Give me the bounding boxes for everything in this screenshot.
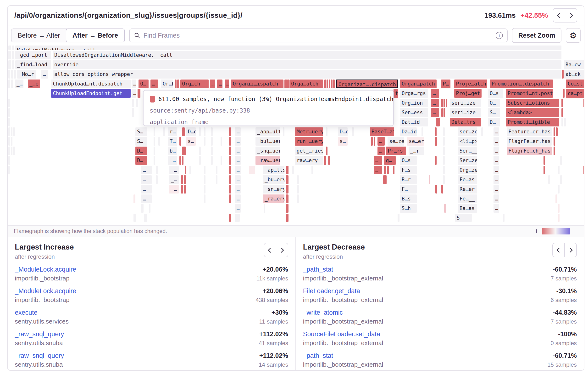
flame-cell[interactable]	[297, 175, 299, 184]
flame-cell[interactable]	[156, 175, 158, 184]
flame-cell[interactable]: Deta…trs	[450, 118, 481, 126]
flame-cell[interactable]	[12, 45, 14, 50]
flame-cell[interactable]	[563, 89, 565, 98]
flame-cell[interactable]	[264, 204, 265, 213]
flame-cell[interactable]: O…s	[488, 89, 503, 98]
flame-cell[interactable]	[421, 127, 423, 136]
flame-cell[interactable]: _…	[15, 79, 23, 88]
flame-cell[interactable]	[561, 108, 563, 117]
flame-cell[interactable]	[564, 118, 566, 126]
flame-cell[interactable]: S…	[135, 137, 147, 146]
flame-cell[interactable]	[158, 137, 160, 146]
flame-cell[interactable]	[8, 137, 10, 146]
flame-cell[interactable]	[286, 204, 288, 213]
flame-cell[interactable]	[199, 127, 201, 136]
flame-cell[interactable]	[503, 214, 504, 222]
function-link[interactable]: _raw_snql_query	[15, 352, 64, 359]
flame-cell[interactable]	[429, 175, 430, 184]
flame-cell[interactable]	[11, 79, 13, 88]
flame-cell[interactable]: …	[141, 185, 152, 194]
flame-cell[interactable]	[204, 166, 206, 174]
flame-cell[interactable]	[11, 147, 12, 155]
flame-cell[interactable]	[558, 214, 559, 222]
flame-cell[interactable]	[11, 137, 12, 146]
flame-cell[interactable]	[182, 156, 183, 165]
flame-cell[interactable]	[548, 175, 550, 184]
flame-cell[interactable]: O…s	[400, 156, 417, 165]
flame-cell[interactable]: O…	[138, 79, 148, 88]
flame-cell[interactable]: Organiz…ispatch	[231, 79, 284, 88]
flame-cell[interactable]	[184, 175, 186, 184]
flame-cell[interactable]	[11, 70, 13, 78]
flame-cell[interactable]	[286, 166, 288, 174]
flame-cell[interactable]	[163, 127, 165, 136]
flame-cell[interactable]: Subscri…otions	[506, 99, 559, 107]
flame-cell[interactable]: _…	[169, 185, 179, 194]
flame-cell[interactable]: Promoti…igible	[506, 118, 559, 126]
flame-cell[interactable]	[182, 127, 185, 136]
flame-cell[interactable]	[229, 137, 231, 146]
flame-cell[interactable]	[556, 127, 558, 136]
flame-cell[interactable]: Proje…atch	[454, 79, 487, 88]
flame-cell[interactable]: ser…ze	[458, 127, 477, 136]
flame-cell[interactable]: Or…h	[161, 79, 173, 88]
flame-cell[interactable]	[443, 99, 445, 107]
flame-cell[interactable]	[211, 137, 213, 146]
flame-cell[interactable]: S…	[488, 108, 500, 117]
flame-cell[interactable]: Fe…__	[458, 194, 477, 203]
flame-cell[interactable]	[177, 79, 179, 88]
flame-cell[interactable]: …	[374, 166, 382, 174]
flame-cell[interactable]	[204, 175, 206, 184]
flame-cell[interactable]	[583, 166, 584, 174]
flame-cell[interactable]	[137, 89, 140, 98]
flame-cell[interactable]: _ap…lts	[263, 166, 284, 174]
flame-cell[interactable]	[554, 127, 555, 136]
flame-cell[interactable]	[286, 194, 288, 203]
flame-cell[interactable]: Org…ion	[400, 99, 428, 107]
flame-cell[interactable]: Promotion….dispatch	[490, 79, 553, 88]
flame-cell[interactable]: S…	[135, 127, 147, 136]
flame-cell[interactable]	[216, 166, 218, 174]
flame-cell[interactable]	[134, 214, 136, 222]
flame-cell[interactable]	[154, 147, 155, 155]
flame-cell[interactable]: …	[494, 175, 499, 184]
flame-cell[interactable]: _raw…uery	[255, 156, 280, 165]
flame-cell[interactable]: t	[394, 89, 398, 98]
flame-cell[interactable]	[435, 137, 437, 146]
flame-cell[interactable]	[141, 204, 144, 213]
flame-cell[interactable]: …	[132, 79, 136, 88]
toggle-before-after[interactable]: Before → After	[11, 29, 66, 42]
flame-cell[interactable]: _app…ults	[255, 127, 280, 136]
flame-cell[interactable]: Proj…get	[454, 89, 482, 98]
flame-cell[interactable]	[229, 127, 231, 136]
flame-cell[interactable]: …	[141, 166, 152, 174]
increase-prev-button[interactable]	[264, 243, 276, 257]
flame-cell[interactable]	[333, 79, 335, 88]
flame-cell[interactable]: …	[494, 166, 499, 174]
flame-cell[interactable]: _…e	[28, 79, 40, 88]
next-button[interactable]	[565, 8, 577, 22]
flame-cell[interactable]	[199, 147, 201, 155]
flame-cell[interactable]	[8, 147, 10, 155]
flame-cell[interactable]: BaseT…attrs	[370, 127, 394, 136]
flame-cell[interactable]	[292, 166, 294, 174]
flame-cell[interactable]	[8, 45, 11, 50]
flame-cell[interactable]: …	[235, 204, 241, 213]
flame-cell[interactable]	[134, 194, 135, 203]
flame-cell[interactable]	[383, 175, 387, 184]
flame-cell[interactable]	[204, 137, 206, 146]
function-link[interactable]: FileLoader.get_data	[303, 288, 360, 295]
flame-cell[interactable]: Sen…ess	[400, 108, 428, 117]
flame-cell[interactable]	[204, 194, 206, 203]
flame-cell[interactable]: s…	[186, 137, 196, 146]
flame-cell[interactable]	[189, 166, 191, 174]
flame-cell[interactable]: Ba…as	[458, 204, 477, 213]
flame-cell[interactable]	[154, 127, 155, 136]
flame-cell[interactable]: Feature…er.has	[507, 127, 552, 136]
flame-cell[interactable]: get_…ries	[295, 147, 323, 155]
flame-cell[interactable]	[352, 127, 354, 136]
flame-cell[interactable]	[8, 79, 10, 88]
flame-cell[interactable]	[216, 175, 218, 184]
flame-cell[interactable]: …	[235, 127, 241, 136]
flame-cell[interactable]: …	[235, 147, 241, 155]
